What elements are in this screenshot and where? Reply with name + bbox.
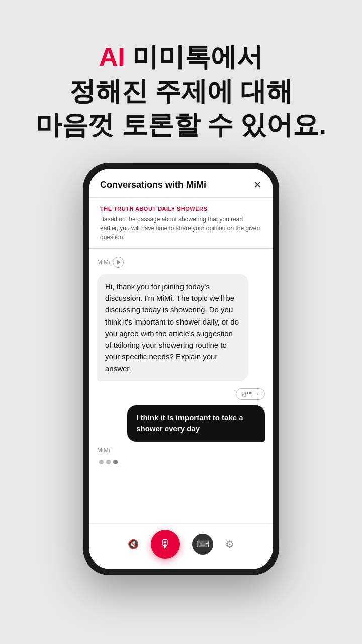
header-line2: 정해진 주제에 대해 — [36, 74, 326, 109]
close-button[interactable]: ✕ — [253, 180, 262, 190]
mimi-message-bubble: Hi, thank you for joining today's discus… — [97, 274, 248, 381]
mimi-typing-label: MiMi — [97, 447, 265, 454]
typing-dots — [97, 456, 265, 468]
topic-description: Based on the passage about showering tha… — [100, 215, 262, 242]
user-message-row: I think it is important to take a shower… — [97, 405, 265, 442]
header-line3: 마음껏 토론할 수 있어요. — [36, 108, 326, 142]
play-icon — [117, 260, 121, 265]
mimi-label-row: MiMi — [97, 257, 265, 268]
settings-button[interactable]: ⚙ — [225, 538, 234, 550]
translate-row: 번역 → — [97, 388, 265, 400]
play-button[interactable] — [113, 257, 124, 268]
header-ai: AI — [99, 42, 125, 71]
dot-3 — [113, 460, 118, 464]
chat-header: Conversations with MiMi ✕ — [89, 169, 273, 198]
chat-toolbar: 🔇 🎙 ⌨ ⚙ — [89, 523, 273, 569]
keyboard-button[interactable]: ⌨ — [192, 534, 213, 555]
mic-icon: 🎙 — [159, 537, 171, 551]
chat-messages: MiMi Hi, thank you for joining today's d… — [89, 249, 273, 523]
translate-label: 번역 — [241, 390, 252, 398]
mimi-typing-row: MiMi — [97, 447, 265, 468]
chat-title: Conversations with MiMi — [100, 180, 206, 190]
gear-icon: ⚙ — [225, 539, 234, 550]
topic-label: THE TRUTH ABOUT DAILY SHOWERS — [100, 206, 262, 212]
mic-button[interactable]: 🎙 — [151, 530, 180, 559]
translate-button[interactable]: 번역 → — [236, 388, 265, 400]
translate-arrow: → — [254, 391, 259, 397]
mimi-name-label: MiMi — [97, 259, 110, 266]
user-message-bubble: I think it is important to take a shower… — [127, 405, 265, 442]
phone-mockup: Conversations with MiMi ✕ THE TRUTH ABOU… — [83, 163, 279, 575]
phone-screen: Conversations with MiMi ✕ THE TRUTH ABOU… — [89, 169, 273, 569]
header-line1: AI 미미톡에서 — [36, 40, 326, 74]
topic-section: THE TRUTH ABOUT DAILY SHOWERS Based on t… — [89, 198, 273, 249]
volume-icon: 🔇 — [128, 539, 139, 550]
volume-button[interactable]: 🔇 — [128, 539, 139, 550]
dot-2 — [106, 460, 111, 464]
keyboard-icon: ⌨ — [196, 539, 209, 550]
header-section: AI 미미톡에서 정해진 주제에 대해 마음껏 토론할 수 있어요. — [36, 40, 326, 142]
dot-1 — [99, 460, 104, 464]
